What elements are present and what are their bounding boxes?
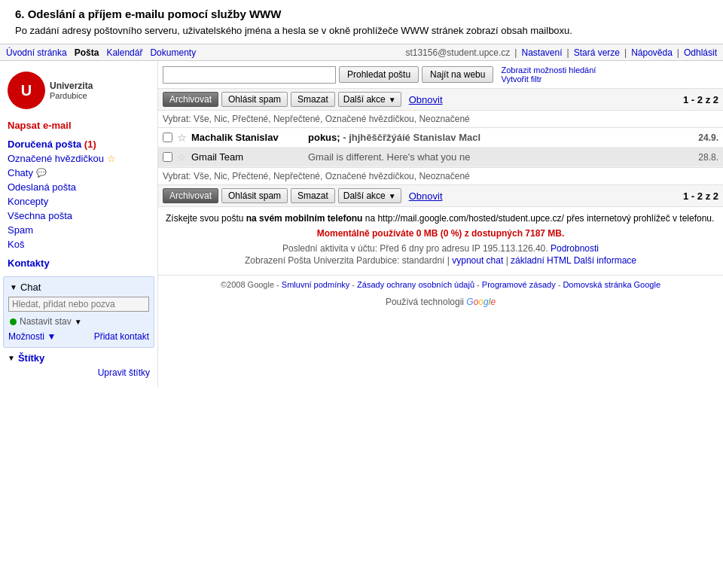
- footer-link-zasady[interactable]: Zásady ochrany osobních údajů: [357, 280, 474, 289]
- sidebar-item-odeslana[interactable]: Odeslaná pošta: [0, 180, 157, 194]
- instruction-area: 6. Odeslání a příjem e-mailu pomocí služ…: [0, 0, 723, 44]
- star-icon: ☆: [107, 153, 116, 164]
- delete-button-top[interactable]: Smazat: [291, 92, 335, 107]
- content-area: Prohledat poštu Najít na webu Zobrazit m…: [158, 61, 723, 387]
- nav-bar: Úvodní stránka Pošta Kalendář Dokumenty …: [0, 44, 723, 61]
- select-row-bottom: Vybrat: Vše, Nic, Přečtené, Nepřečtené, …: [158, 168, 723, 185]
- archive-button-top[interactable]: Archivovat: [163, 92, 218, 107]
- bottom-toolbar: Archivovat Ohlásit spam Smazat Další akc…: [158, 185, 723, 207]
- email-date-1: 24.9.: [688, 133, 718, 143]
- zakladni-html-link[interactable]: základní HTML: [511, 255, 571, 266]
- select-row-top: Vybrat: Vše, Nic, Přečtené, Nepřečtené, …: [158, 111, 723, 128]
- chat-bubble-icon: 💬: [36, 168, 47, 178]
- google-logo: Google: [466, 297, 496, 307]
- email-count-bottom: 1 - 2 z 2: [683, 190, 718, 202]
- sidebar-item-chaty[interactable]: Chaty 💬: [0, 166, 157, 180]
- nav-bar-left: Úvodní stránka Pošta Kalendář Dokumenty: [6, 47, 196, 58]
- email-list: ☆ Machalik Stanislav pokus; - jhjhěščřžý…: [158, 128, 723, 168]
- contacts-link[interactable]: Kontakty: [8, 257, 50, 269]
- google-footer: ©2008 Google - Smluvní podmínky - Zásady…: [158, 275, 723, 294]
- table-row: ☆ Machalik Stanislav pokus; - jhjhěščřžý…: [158, 128, 723, 148]
- nav-item-posta[interactable]: Pošta: [75, 47, 99, 58]
- chat-search-input[interactable]: [8, 297, 149, 312]
- university-logo: U: [8, 72, 45, 109]
- nav-item-uvodni[interactable]: Úvodní stránka: [6, 47, 67, 58]
- chat-arrow-icon: ▼: [10, 283, 17, 291]
- advanced-search-links: Zobrazit možnosti hledání Vytvořit filtr: [501, 66, 596, 84]
- dropdown-arrow-bottom-icon: ▼: [389, 192, 396, 200]
- email-count-top: 1 - 2 z 2: [683, 94, 718, 105]
- delete-button-bottom[interactable]: Smazat: [291, 188, 335, 203]
- activity-text: Poslední aktivita v účtu: Před 6 dny pro…: [166, 243, 715, 254]
- mobile-text: Získejte svou poštu na svém mobilním tel…: [166, 213, 715, 224]
- dalsi-informace-link[interactable]: Další informace: [574, 255, 636, 266]
- email-checkbox-2[interactable]: [163, 152, 172, 162]
- nav-nastaveni[interactable]: Nastavení: [521, 47, 562, 58]
- search-web-button[interactable]: Najít na webu: [422, 66, 493, 83]
- email-sender-1: Machalik Stanislav: [191, 132, 308, 143]
- sidebar: U Univerzita Pardubice Napsat e-mail Dor…: [0, 61, 158, 387]
- labels-link[interactable]: Štítky: [18, 352, 44, 364]
- nav-odhlasit[interactable]: Odhlásit: [684, 47, 717, 58]
- sidebar-item-koncepty[interactable]: Koncepty: [0, 194, 157, 209]
- more-actions-dropdown-bottom[interactable]: Další akce ▼: [338, 188, 401, 203]
- labels-title: ▼ Štítky: [3, 351, 154, 365]
- activity-details-link[interactable]: Podrobnosti: [551, 243, 599, 254]
- spam-button-bottom[interactable]: Ohlásit spam: [221, 188, 288, 203]
- spam-button-top[interactable]: Ohlásit spam: [221, 92, 288, 107]
- email-date-2: 28.8.: [688, 152, 718, 163]
- nav-email: st13156@student.upce.cz: [405, 47, 510, 58]
- chat-bottom-row: Možnosti ▼ Přidat kontakt: [4, 329, 154, 344]
- footer-link-programove[interactable]: Programové zásady: [482, 280, 556, 289]
- sidebar-item-spam[interactable]: Spam: [0, 223, 157, 237]
- sidebar-item-kos[interactable]: Koš: [0, 237, 157, 251]
- moznosti-button[interactable]: Možnosti ▼: [8, 331, 56, 342]
- archive-button-bottom[interactable]: Archivovat: [163, 188, 218, 203]
- sidebar-nav: Doručená pošta (1) Označené hvězdičkou ☆…: [0, 136, 157, 253]
- search-input[interactable]: [163, 66, 336, 84]
- chat-section: ▼ Chat Nastavit stav ▼ Možnosti ▼ Přid: [3, 276, 154, 348]
- star-icon-1[interactable]: ☆: [177, 132, 187, 144]
- sidebar-item-dorucena[interactable]: Doručená pošta (1): [0, 137, 157, 151]
- nav-napoveda[interactable]: Nápověda: [631, 47, 673, 58]
- nav-item-kalendar[interactable]: Kalendář: [106, 47, 142, 58]
- pridat-kontakt-button[interactable]: Přidat kontakt: [94, 331, 149, 342]
- table-row: ☆ Gmail Team Gmail is different. Here's …: [158, 148, 723, 167]
- manage-labels-link[interactable]: Upravit štítky: [98, 367, 150, 378]
- dropdown-arrow-icon: ▼: [389, 96, 396, 104]
- instruction-paragraph: Po zadání adresy poštovního serveru, uži…: [15, 25, 708, 36]
- refresh-link-top[interactable]: Obnovit: [409, 94, 443, 105]
- search-mail-button[interactable]: Prohledat poštu: [339, 66, 419, 83]
- logo-text: Univerzita Pardubice: [50, 81, 93, 100]
- email-subject-2: Gmail is different. Here's what you ne: [308, 151, 688, 163]
- show-advanced-link[interactable]: Zobrazit možnosti hledání: [501, 66, 596, 75]
- compose-link[interactable]: Napsat e-mail: [0, 115, 157, 136]
- sidebar-item-vsechna[interactable]: Všechna pošta: [0, 209, 157, 223]
- storage-text: Momentálně používáte 0 MB (0 %) z dostup…: [166, 228, 715, 239]
- more-actions-dropdown-top[interactable]: Další akce ▼: [338, 92, 401, 107]
- email-checkbox-1[interactable]: [163, 133, 172, 142]
- star-icon-2[interactable]: ☆: [177, 151, 187, 163]
- powered-by: Používá technologii Google: [158, 294, 723, 310]
- email-sender-2: Gmail Team: [191, 151, 308, 163]
- footer-link-smluvni[interactable]: Smluvní podmínky: [282, 280, 349, 289]
- nav-bar-right: st13156@student.upce.cz | Nastavení | St…: [405, 47, 717, 58]
- online-status-icon: [10, 318, 17, 325]
- view-text: Zobrazení Pošta Univerzita Pardubice: st…: [166, 255, 715, 266]
- sidebar-item-hvezdicky[interactable]: Označené hvězdičkou ☆: [0, 151, 157, 166]
- instruction-heading: 6. Odeslání a příjem e-mailu pomocí služ…: [15, 8, 708, 20]
- footer-link-domovska[interactable]: Domovská stránka Google: [563, 280, 660, 289]
- contacts-section-title: Kontakty: [0, 253, 157, 273]
- header-search: Prohledat poštu Najít na webu Zobrazit m…: [158, 61, 723, 88]
- create-filter-link[interactable]: Vytvořit filtr: [501, 75, 541, 84]
- labels-section: ▼ Štítky Upravit štítky: [3, 351, 154, 379]
- footer-info: Získejte svou poštu na svém mobilním tel…: [158, 207, 723, 275]
- refresh-link-bottom[interactable]: Obnovit: [409, 190, 443, 202]
- nav-stara-verze[interactable]: Stará verze: [574, 47, 620, 58]
- labels-arrow-icon: ▼: [8, 354, 15, 362]
- sidebar-logo: U Univerzita Pardubice: [0, 66, 157, 115]
- nav-item-dokumenty[interactable]: Dokumenty: [150, 47, 196, 58]
- chat-section-title: ▼ Chat: [4, 280, 154, 294]
- vypnout-chat-link[interactable]: vypnout chat: [452, 255, 503, 266]
- chat-status-row: Nastavit stav ▼: [4, 314, 154, 329]
